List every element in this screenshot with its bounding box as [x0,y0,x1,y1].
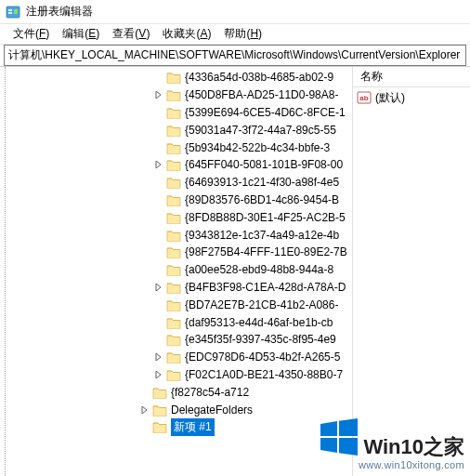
tree-item[interactable]: {9343812e-1c37-4a49-a12e-4b [9,226,352,244]
menubar: 文件(F) 编辑(E) 查看(V) 收藏夹(A) 帮助(H) [0,24,470,45]
tree-item-label: {5b934b42-522b-4c34-bbfe-3 [185,141,330,154]
address-bar: 计算机\HKEY_LOCAL_MACHINE\SOFTWARE\Microsof… [0,45,470,67]
folder-icon [166,350,181,364]
svg-rect-2 [8,12,12,14]
expander-placeholder [153,142,164,153]
tree-item[interactable]: {89D83576-6BD1-4c86-9454-B [9,192,352,209]
tree-item[interactable]: {59031a47-3f72-44a7-89c5-55 [9,121,352,139]
folder-icon [166,141,181,154]
list-column-header[interactable]: 名称 [353,67,470,87]
expander-placeholder [153,299,164,311]
folder-icon [166,298,181,311]
tree-item[interactable]: DelegateFolders [9,401,352,418]
tree-item-label: {64693913-1c21-4f30-a98f-4e5 [185,176,339,189]
folder-icon [166,263,181,276]
chevron-right-icon[interactable] [153,369,164,380]
folder-icon [152,386,167,399]
svg-rect-1 [8,9,12,11]
tree-item-label: {4336a54d-038b-4685-ab02-9 [185,71,333,84]
list-row[interactable]: ab (默认) [357,89,466,106]
tree-item[interactable]: {BD7A2E7B-21CB-41b2-A086- [9,296,352,313]
tree-item-label: DelegateFolders [171,403,253,416]
tree-item[interactable]: {daf95313-e44d-46af-be1b-cb [9,313,352,331]
chevron-right-icon[interactable] [153,89,164,100]
tree-item-label: {9343812e-1c37-4a49-a12e-4b [185,229,339,242]
tree-item-label: {e345f35f-9397-435c-8f95-4e9 [185,333,336,346]
content: {4336a54d-038b-4685-ab02-9{450D8FBA-AD25… [0,67,470,476]
chevron-right-icon[interactable] [153,351,164,363]
folder-icon [166,88,181,101]
regedit-app-icon [6,5,20,20]
expander-placeholder [139,387,150,398]
expander-placeholder [153,212,164,223]
folder-icon [166,245,181,258]
tree-item[interactable]: {F02C1A0D-BE21-4350-88B0-7 [9,366,352,384]
tree-item[interactable]: {4336a54d-038b-4685-ab02-9 [9,69,352,86]
tree-item-label: {5399E694-6CE5-4D6C-8FCE-1 [185,106,346,119]
tree-item-label: {450D8FBA-AD25-11D0-98A8- [185,88,338,101]
tree-item-label: {EDC978D6-4D53-4b2f-A265-5 [185,350,340,364]
tree-item[interactable]: {f8278c54-a712 [9,383,352,401]
value-list-panel: 名称 ab (默认) [353,67,470,476]
expander-placeholder [153,107,164,118]
tree-item-label: {59031a47-3f72-44a7-89c5-55 [185,124,336,137]
folder-icon [166,211,181,224]
folder-icon [166,124,181,137]
menu-help[interactable]: 帮助(H) [218,24,268,44]
expander-placeholder [153,72,164,83]
tree-item-label: {B4FB3F98-C1EA-428d-A78A-D [185,281,346,294]
expander-placeholder [153,194,164,205]
menu-view[interactable]: 查看(V) [107,24,155,44]
tree-item-label: {89D83576-6BD1-4c86-9454-B [185,193,339,206]
chevron-right-icon[interactable] [153,282,164,293]
tree-item-label: {daf95313-e44d-46af-be1b-cb [185,316,333,329]
folder-icon [166,368,181,381]
tree-scroll[interactable]: {4336a54d-038b-4685-ab02-9{450D8FBA-AD25… [0,67,352,476]
address-path-input[interactable]: 计算机\HKEY_LOCAL_MACHINE\SOFTWARE\Microsof… [4,45,466,66]
folder-icon [152,420,167,433]
folder-icon [166,106,181,119]
tree-item[interactable]: {e345f35f-9397-435c-8f95-4e9 [9,331,352,349]
folder-icon [152,403,167,416]
titlebar: 注册表编辑器 [0,0,470,24]
tree-item[interactable]: {B4FB3F98-C1EA-428d-A78A-D [9,279,352,297]
folder-icon [166,193,181,206]
tree-item-label: {F02C1A0D-BE21-4350-88B0-7 [185,368,343,381]
expander-placeholder [139,421,150,432]
tree-item-label: {BD7A2E7B-21CB-41b2-A086- [185,298,338,311]
folder-icon [166,229,181,242]
tree-item[interactable]: {98F275B4-4FFF-11E0-89E2-7B [9,244,352,261]
tree-item[interactable]: {450D8FBA-AD25-11D0-98A8- [9,86,352,104]
column-name: 名称 [360,69,383,85]
tree-item[interactable]: 新项 #1 [9,418,352,436]
tree-item-label: {645FF040-5081-101B-9F08-00 [185,158,343,171]
menu-edit[interactable]: 编辑(E) [57,24,105,44]
menu-favorites[interactable]: 收藏夹(A) [157,24,216,44]
expander-placeholder [153,177,164,188]
tree-item-label: {8FD8B88D-30E1-4F25-AC2B-5 [185,211,346,224]
menu-file[interactable]: 文件(F) [7,24,55,44]
value-name: (默认) [375,90,405,106]
chevron-right-icon[interactable] [153,159,164,170]
tree-item[interactable]: {5399E694-6CE5-4D6C-8FCE-1 [9,104,352,122]
expander-placeholder [153,125,164,136]
tree-item[interactable]: {64693913-1c21-4f30-a98f-4e5 [9,174,352,192]
tree-item[interactable]: {a00ee528-ebd9-48b8-944a-8 [9,261,352,279]
string-value-icon: ab [357,90,372,105]
list-body: ab (默认) [353,87,470,108]
tree-item[interactable]: {645FF040-5081-101B-9F08-00 [9,156,352,174]
svg-rect-3 [14,9,18,14]
tree-item-label: {f8278c54-a712 [171,386,249,399]
expander-placeholder [153,230,164,241]
tree-item-label-editing[interactable]: 新项 #1 [171,418,215,436]
window-title: 注册表编辑器 [26,4,93,20]
tree-item[interactable]: {8FD8B88D-30E1-4F25-AC2B-5 [9,208,352,226]
tree-item[interactable]: {5b934b42-522b-4c34-bbfe-3 [9,139,352,156]
tree-item[interactable]: {EDC978D6-4D53-4b2f-A265-5 [9,349,352,366]
chevron-right-icon[interactable] [139,404,150,416]
folder-icon [166,281,181,294]
expander-placeholder [153,334,164,345]
folder-icon [166,316,181,329]
expander-placeholder [153,264,164,275]
svg-text:ab: ab [359,94,368,102]
